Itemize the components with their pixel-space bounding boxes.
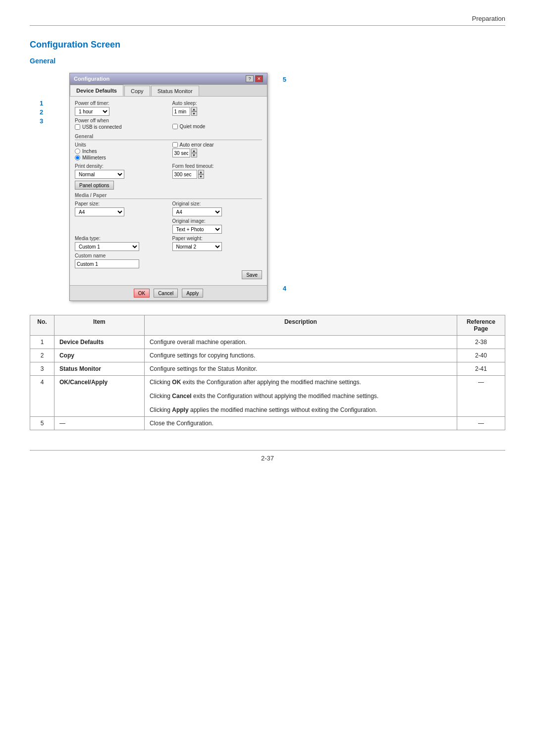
print-density-select-wrap: Normal	[75, 170, 164, 179]
print-density-left: Print density: Normal	[75, 163, 164, 179]
config-titlebar: Configuration ? ✕	[70, 73, 267, 85]
row3-item: Status Monitor	[54, 362, 144, 376]
row4-ref: —	[457, 376, 505, 417]
power-off-row: Power off when USB is connected Quiet mo…	[75, 118, 262, 131]
table-row: 2 Copy Configure settings for copying fu…	[30, 349, 505, 362]
power-timer-select-wrap: 1 hour	[75, 107, 164, 116]
inches-row: Inches	[75, 149, 164, 154]
media-type-select[interactable]: Custom 1	[75, 242, 139, 251]
panel-options-area: Panel options	[75, 181, 262, 190]
print-density-select[interactable]: Normal	[75, 170, 124, 179]
general-section-label: General	[75, 134, 262, 140]
row2-no: 2	[30, 349, 54, 362]
row4-item: OK/Cancel/Apply	[54, 376, 144, 417]
row3-ref: 2-41	[457, 362, 505, 376]
config-body: Power off timer: 1 hour Auto sleep:	[70, 97, 267, 285]
auto-error-spinner: ▲ ▼	[172, 149, 262, 157]
form-feed-down[interactable]: ▼	[198, 174, 204, 179]
panel-options-button[interactable]: Panel options	[75, 181, 114, 190]
paper-size-select-wrap: A4	[75, 207, 164, 216]
auto-error-arrows: ▲ ▼	[191, 149, 197, 157]
tab-status-monitor[interactable]: Status Monitor	[151, 86, 199, 96]
row1-item-text: Device Defaults	[59, 339, 104, 346]
form-feed-input[interactable]	[172, 170, 197, 179]
paper-weight-label: Paper weight:	[172, 236, 262, 241]
auto-sleep-up[interactable]: ▲	[191, 107, 197, 111]
auto-sleep-down[interactable]: ▼	[191, 111, 197, 116]
usb-connected-label: USB is connected	[82, 124, 122, 130]
top-label-text: Preparation	[472, 15, 505, 22]
row3-item-text: Status Monitor	[59, 365, 101, 372]
save-button[interactable]: Save	[242, 270, 262, 279]
bottom-divider	[30, 450, 505, 451]
paper-size-row: Paper size: A4 Original size:	[75, 201, 262, 216]
row2-item-text: Copy	[59, 352, 74, 359]
paper-size-label: Paper size:	[75, 201, 164, 206]
paper-weight-select-wrap: Normal 2	[172, 242, 262, 251]
original-size-select[interactable]: A4	[172, 207, 222, 216]
row5-ref: —	[457, 417, 505, 430]
power-timer-row: Power off timer: 1 hour Auto sleep:	[75, 101, 262, 116]
apply-button[interactable]: Apply	[182, 289, 203, 298]
quiet-mode-area: Quiet mode	[172, 124, 262, 129]
power-off-when-label: Power off when	[75, 118, 164, 123]
usb-connected-row: USB is connected	[75, 124, 164, 130]
tab-device-defaults[interactable]: Device Defaults	[70, 85, 123, 96]
auto-error-clear-checkbox[interactable]	[172, 142, 178, 148]
row4-item-text: OK/Cancel/Apply	[59, 379, 107, 386]
row5-item: —	[54, 417, 144, 430]
tab-copy[interactable]: Copy	[124, 86, 150, 96]
section-title: Configuration Screen	[30, 40, 505, 50]
th-ref: Reference Page	[457, 315, 505, 336]
preparation-label: Preparation	[30, 15, 505, 22]
save-area: Save	[75, 270, 262, 279]
help-button[interactable]: ?	[246, 75, 254, 82]
media-type-label: Media type:	[75, 236, 164, 241]
original-image-label: Original image:	[172, 218, 262, 224]
original-image-select[interactable]: Text + Photo	[172, 225, 222, 234]
power-timer-select[interactable]: 1 hour	[75, 107, 109, 116]
original-image-select-wrap: Text + Photo	[172, 225, 262, 234]
form-feed-up[interactable]: ▲	[198, 170, 204, 174]
paper-size-select[interactable]: A4	[75, 207, 124, 216]
label-3: 3	[40, 117, 43, 125]
label-2: 2	[40, 108, 43, 116]
auto-sleep-input[interactable]	[172, 107, 190, 116]
media-paper-section-label: Media / Paper	[75, 193, 262, 199]
form-feed-label: Form feed timeout:	[172, 163, 262, 169]
custom-name-input[interactable]	[75, 259, 139, 268]
millimeters-radio[interactable]	[75, 155, 80, 160]
original-size-label: Original size:	[172, 201, 262, 206]
row5-no: 5	[30, 417, 54, 430]
cancel-button[interactable]: Cancel	[154, 289, 178, 298]
row1-desc: Configure overall machine operation.	[144, 336, 457, 349]
inches-radio[interactable]	[75, 149, 80, 154]
titlebar-buttons: ? ✕	[246, 75, 263, 82]
auto-sleep-right: Auto sleep: ▲ ▼	[172, 101, 262, 116]
media-type-select-wrap: Custom 1	[75, 242, 164, 251]
row2-ref: 2-40	[457, 349, 505, 362]
th-description: Description	[144, 315, 457, 336]
table-row: 3 Status Monitor Configure settings for …	[30, 362, 505, 376]
left-numbers: 1 2 3	[30, 73, 59, 301]
row1-ref: 2-38	[457, 336, 505, 349]
usb-connected-checkbox[interactable]	[75, 124, 80, 130]
close-button[interactable]: ✕	[255, 75, 263, 82]
config-tabs: Device Defaults Copy Status Monitor	[70, 85, 267, 97]
ok-button[interactable]: OK	[134, 289, 150, 298]
auto-error-down[interactable]: ▼	[191, 153, 197, 157]
paper-weight-select[interactable]: Normal 2	[172, 242, 222, 251]
quiet-mode-checkbox[interactable]	[172, 124, 178, 129]
auto-error-input[interactable]	[172, 149, 190, 157]
th-item: Item	[54, 315, 144, 336]
quiet-mode-right: Quiet mode	[172, 118, 262, 131]
original-image-right: Original image: Text + Photo	[172, 218, 262, 234]
table-header-row: No. Item Description Reference Page	[30, 315, 505, 336]
page-container: Preparation Configuration Screen General…	[0, 0, 535, 756]
auto-error-up[interactable]: ▲	[191, 149, 197, 153]
form-feed-right: Form feed timeout: ▲ ▼	[172, 163, 262, 179]
config-footer: OK Cancel Apply	[70, 285, 267, 301]
custom-name-area: Custom name	[75, 253, 262, 268]
media-type-row: Media type: Custom 1 Paper weight:	[75, 236, 262, 251]
label-5: 5	[283, 76, 286, 83]
